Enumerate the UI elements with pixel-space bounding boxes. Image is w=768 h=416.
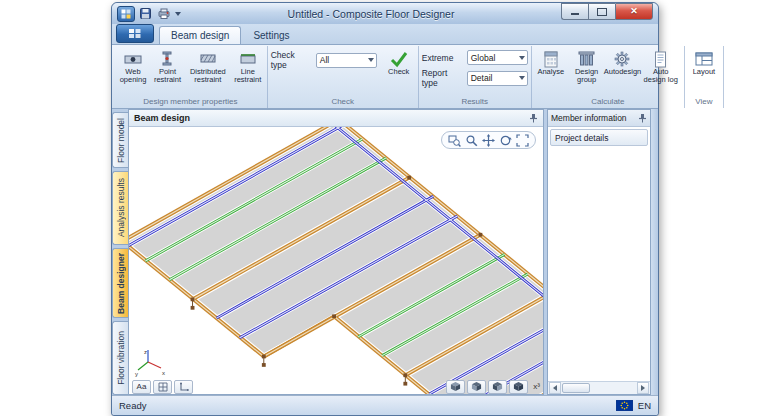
minimize-icon: [571, 13, 579, 15]
layout-label: Layout: [693, 68, 716, 76]
canvas-bottom-bar: Aa: [132, 380, 540, 393]
project-details-section-header[interactable]: Project details: [550, 129, 648, 146]
triangle-left-icon: [553, 385, 557, 391]
close-button[interactable]: ✕: [615, 3, 653, 20]
report-type-select[interactable]: Detail: [467, 71, 528, 86]
axes-toggle-button[interactable]: [174, 380, 193, 394]
pin-icon[interactable]: [638, 113, 647, 123]
axis-z-label: z: [144, 349, 147, 355]
line-restraint-button[interactable]: Line restraint: [232, 47, 264, 85]
minimize-button[interactable]: [561, 3, 588, 20]
group-results: Extreme Global Report type Detail: [419, 46, 532, 108]
horizontal-scrollbar[interactable]: [548, 381, 650, 394]
extreme-label: Extreme: [422, 53, 464, 63]
pin-icon[interactable]: [529, 113, 538, 123]
extreme-select[interactable]: Global: [467, 50, 528, 65]
group-view: Layout View: [685, 46, 724, 108]
extreme-value: Global: [471, 53, 496, 63]
close-icon: ✕: [630, 7, 638, 16]
pan-icon: [482, 134, 495, 147]
main-area: Floor model Analysis results Beam design…: [112, 109, 658, 395]
distributed-restraint-button[interactable]: Distributed restraint: [186, 47, 230, 85]
application-menu-button[interactable]: [116, 24, 154, 43]
chevron-down-icon: [519, 56, 525, 60]
group-label-design-member-properties: Design member properties: [117, 97, 264, 108]
view-top-button[interactable]: [446, 380, 465, 394]
triangle-right-icon: [641, 385, 645, 391]
zoom-fit-button[interactable]: [515, 133, 530, 147]
scroll-right-button[interactable]: [637, 382, 649, 394]
check-button[interactable]: Check: [383, 47, 415, 77]
cube-top-icon: [450, 381, 461, 392]
axis-triad: z y x: [134, 346, 168, 378]
autodesign-button[interactable]: Autodesign: [606, 47, 638, 77]
view-side-button[interactable]: [488, 380, 507, 394]
web-opening-button[interactable]: Web opening: [117, 47, 149, 85]
analyse-button[interactable]: Analyse: [535, 47, 567, 77]
grid-toggle-button[interactable]: [153, 380, 172, 394]
zoom-window-button[interactable]: [447, 133, 462, 147]
right-dock-gutter[interactable]: [651, 109, 658, 395]
orbit-button[interactable]: [498, 133, 513, 147]
model-viewport[interactable]: z y x Aa: [129, 127, 543, 394]
zoom-button[interactable]: [464, 133, 479, 147]
chevron-down-icon: [519, 76, 525, 80]
quick-access-toolbar: [117, 6, 181, 22]
language-indicator[interactable]: EN: [638, 400, 651, 411]
side-tab-strip: Floor model Analysis results Beam design…: [112, 109, 128, 395]
print-icon[interactable]: [156, 7, 171, 20]
font-size-button[interactable]: Aa: [132, 380, 151, 394]
status-bar: Ready EN: [112, 395, 658, 415]
canvas-title: Beam design: [134, 113, 190, 123]
check-icon: [389, 50, 409, 68]
zoom-fit-icon: [516, 134, 529, 147]
sidebar-tab-floor-model[interactable]: Floor model: [112, 112, 128, 168]
member-information-header[interactable]: Member information: [548, 110, 650, 127]
tab-beam-design[interactable]: Beam design: [159, 26, 241, 44]
gear-icon: [614, 50, 630, 68]
sidebar-tab-beam-designer[interactable]: Beam designer: [112, 248, 128, 318]
distributed-restraint-label: Distributed restraint: [189, 68, 227, 84]
zoom-window-icon: [448, 134, 461, 147]
sidebar-tab-floor-vibration[interactable]: Floor vibration: [112, 321, 128, 395]
floor-3d-view[interactable]: [129, 127, 543, 394]
analyse-icon: [543, 50, 559, 68]
slab-surface: [129, 127, 543, 394]
cube-axo-icon: [513, 381, 524, 392]
view-front-button[interactable]: [467, 380, 486, 394]
view-axonometry-button[interactable]: [509, 380, 528, 394]
point-restraint-icon: [158, 50, 176, 68]
auto-design-log-button[interactable]: Auto design log: [640, 47, 680, 85]
group-label-view: View: [688, 97, 720, 108]
check-type-select[interactable]: All: [316, 53, 377, 68]
ribbon: Web opening Point restraint Distributed …: [112, 45, 658, 109]
ribbon-tab-row: Beam design Settings: [112, 24, 658, 45]
check-button-label: Check: [388, 68, 409, 76]
scroll-left-button[interactable]: [549, 382, 561, 394]
maximize-button[interactable]: [588, 3, 615, 20]
member-information-body: [548, 148, 650, 381]
grid-icon: [158, 382, 168, 392]
distributed-restraint-icon: [199, 50, 217, 68]
group-label-calculate: Calculate: [535, 97, 681, 108]
report-type-label: Report type: [422, 68, 464, 88]
point-restraint-button[interactable]: Point restraint: [151, 47, 184, 85]
design-group-icon: [578, 50, 595, 68]
scrollbar-thumb[interactable]: [562, 383, 590, 393]
report-type-value: Detail: [471, 73, 493, 83]
design-group-button[interactable]: Design group: [569, 47, 605, 85]
app-window: Untitled - Composite Floor Designer ✕ Be…: [111, 2, 659, 416]
point-restraint-label: Point restraint: [154, 68, 181, 84]
pan-button[interactable]: [481, 133, 496, 147]
layout-button[interactable]: Layout: [688, 47, 720, 77]
member-information-title: Member information: [551, 113, 636, 123]
group-design-member-properties: Web opening Point restraint Distributed …: [114, 46, 268, 108]
maximize-icon: [597, 8, 607, 16]
title-bar[interactable]: Untitled - Composite Floor Designer ✕: [112, 3, 658, 24]
save-icon[interactable]: [138, 7, 153, 20]
tab-settings[interactable]: Settings: [241, 26, 301, 44]
eu-flag-icon: [616, 400, 633, 411]
autodesign-label: Autodesign: [604, 68, 642, 76]
app-logo-icon[interactable]: [117, 6, 135, 22]
sidebar-tab-analysis-results[interactable]: Analysis results: [112, 171, 128, 245]
